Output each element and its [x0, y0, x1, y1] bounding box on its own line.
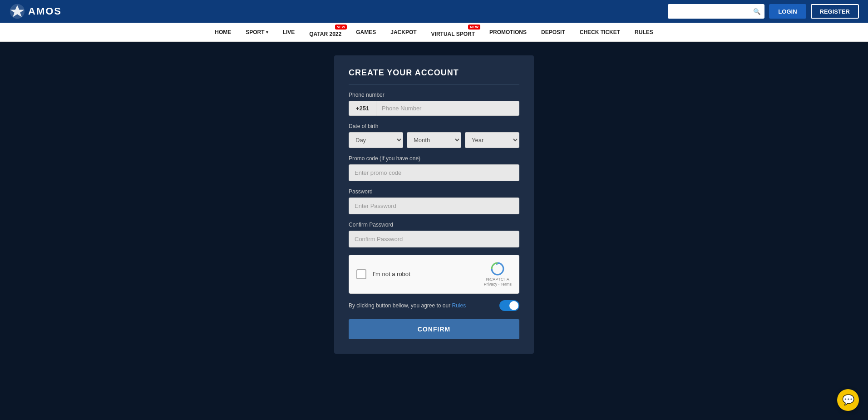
nav-label-games: GAMES [356, 29, 376, 35]
confirm-password-group: Confirm Password [349, 222, 519, 247]
phone-number-label: Phone number [349, 92, 519, 98]
nav-item-jackpot[interactable]: JACKPOT [383, 23, 424, 41]
terms-toggle[interactable] [499, 300, 519, 311]
terms-text: By clicking button bellow, you agree to … [349, 302, 466, 309]
nav-label-checkticket: CHECK TICKET [580, 29, 620, 35]
day-select[interactable]: Day 123456789101112131415161718192021222… [349, 132, 403, 148]
phone-row: +251 [349, 101, 519, 116]
nav-label-home: HOME [215, 29, 231, 35]
main-content: CREATE YOUR ACCOUNT Phone number +251 Da… [0, 42, 868, 420]
month-select[interactable]: Month JanuaryFebruaryMarchAprilMayJuneJu… [407, 132, 461, 148]
phone-input[interactable] [376, 101, 519, 116]
search-input[interactable] [668, 6, 750, 17]
form-title: CREATE YOUR ACCOUNT [349, 68, 519, 84]
nav-label-jackpot: JACKPOT [390, 29, 416, 35]
nav-label-deposit: DEPOSIT [541, 29, 565, 35]
navbar: HOME SPORT ▾ LIVE NEW QATAR 2022 GAMES J… [0, 23, 868, 42]
promo-code-input[interactable] [349, 164, 519, 181]
toggle-track [499, 300, 519, 311]
confirm-button[interactable]: CONFIRM [349, 319, 519, 339]
rules-link[interactable]: Rules [452, 302, 466, 309]
header-right: 🔍 LOGIN REGISTER [668, 4, 859, 19]
logo-icon [9, 3, 25, 20]
dob-group: Date of birth Day 1234567891011121314151… [349, 123, 519, 148]
nav-label-promotions: PROMOTIONS [489, 29, 527, 35]
password-input[interactable] [349, 198, 519, 214]
password-group: Password [349, 188, 519, 214]
nav-item-rules[interactable]: RULES [627, 23, 661, 41]
search-bar: 🔍 [668, 4, 764, 19]
nav-item-checkticket[interactable]: CHECK TICKET [572, 23, 627, 41]
nav-label-live: LIVE [283, 29, 295, 35]
recaptcha-text: reCAPTCHA Privacy · Terms [484, 277, 512, 287]
logo[interactable]: AMOS [9, 3, 62, 20]
toggle-thumb [509, 301, 518, 310]
logo-text: AMOS [28, 5, 62, 17]
nav-item-live[interactable]: LIVE [276, 23, 302, 41]
promo-code-group: Promo code (If you have one) [349, 155, 519, 181]
recaptcha-label: I'm not a robot [373, 271, 478, 277]
nav-item-promotions[interactable]: PROMOTIONS [482, 23, 534, 41]
phone-number-group: Phone number +251 [349, 92, 519, 116]
recaptcha-logo: reCAPTCHA Privacy · Terms [484, 262, 512, 287]
password-label: Password [349, 188, 519, 195]
chat-bubble[interactable]: 💬 [837, 389, 859, 411]
confirm-password-label: Confirm Password [349, 222, 519, 228]
dob-row: Day 123456789101112131415161718192021222… [349, 132, 519, 148]
qatar-badge: NEW [335, 25, 347, 30]
chevron-down-icon: ▾ [266, 30, 268, 35]
phone-prefix: +251 [349, 101, 376, 116]
nav-item-qatar2022[interactable]: NEW QATAR 2022 [302, 23, 349, 41]
promo-code-label: Promo code (If you have one) [349, 155, 519, 162]
search-icon: 🔍 [753, 8, 761, 15]
nav-item-sport[interactable]: SPORT ▾ [238, 23, 275, 41]
confirm-password-input[interactable] [349, 231, 519, 247]
login-button[interactable]: LOGIN [769, 4, 806, 19]
nav-item-games[interactable]: GAMES [349, 23, 383, 41]
virtualsport-badge: NEW [468, 25, 480, 30]
nav-label-sport: SPORT [246, 29, 264, 35]
nav-item-virtualsport[interactable]: NEW VIRTUAL SPORT [424, 23, 482, 41]
chat-icon: 💬 [842, 394, 854, 406]
nav-item-home[interactable]: HOME [207, 23, 238, 41]
year-select[interactable]: Year 20052004200320022001200019991998199… [465, 132, 519, 148]
header: AMOS 🔍 LOGIN REGISTER [0, 0, 868, 23]
dob-label: Date of birth [349, 123, 519, 129]
recaptcha-box: I'm not a robot reCAPTCHA Privacy · Term… [349, 255, 519, 294]
nav-label-qatar2022: QATAR 2022 [309, 31, 341, 37]
terms-row: By clicking button bellow, you agree to … [349, 300, 519, 311]
recaptcha-icon [490, 262, 505, 276]
registration-form-card: CREATE YOUR ACCOUNT Phone number +251 Da… [334, 55, 534, 354]
register-button[interactable]: REGISTER [811, 4, 859, 19]
search-button[interactable]: 🔍 [750, 6, 764, 17]
nav-label-virtualsport: VIRTUAL SPORT [431, 31, 475, 37]
nav-label-rules: RULES [635, 29, 653, 35]
nav-item-deposit[interactable]: DEPOSIT [534, 23, 572, 41]
recaptcha-checkbox[interactable] [356, 269, 366, 279]
